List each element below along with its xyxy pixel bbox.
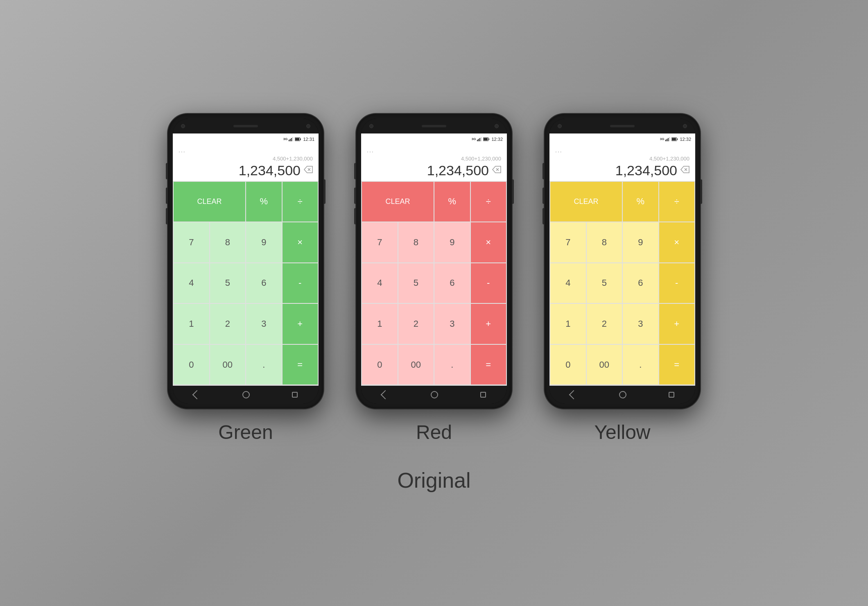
key---0[interactable]: -	[283, 263, 318, 303]
phone-container-red: 3G 12:32···4,500+1,230,0001,234,500CLEAR…	[356, 114, 512, 443]
key-7-0[interactable]: 7	[174, 222, 209, 262]
key-5-0[interactable]: 5	[210, 263, 246, 303]
key---1[interactable]: -	[471, 263, 506, 303]
key-0-0[interactable]: 0	[174, 345, 209, 385]
key---1[interactable]: +	[471, 304, 506, 344]
svg-marker-27	[681, 166, 689, 173]
battery-icon	[295, 137, 301, 141]
key-2-0[interactable]: 2	[210, 304, 246, 344]
key-3-0[interactable]: 3	[246, 304, 282, 344]
nav-bar	[549, 386, 695, 404]
menu-dots[interactable]: ···	[179, 148, 313, 155]
key---0[interactable]: +	[283, 304, 318, 344]
key-9-2[interactable]: 9	[623, 222, 658, 262]
nav-home-button[interactable]	[242, 391, 250, 398]
key---2[interactable]: ÷	[659, 182, 695, 222]
svg-rect-5	[300, 138, 301, 140]
nav-back-button[interactable]	[382, 391, 389, 398]
key-4-1[interactable]: 4	[362, 263, 398, 303]
key-3-2[interactable]: 3	[623, 304, 658, 344]
key---1[interactable]: .	[434, 345, 470, 385]
key---2[interactable]: =	[659, 345, 695, 385]
key-3-1[interactable]: 3	[434, 304, 470, 344]
key-7-2[interactable]: 7	[550, 222, 586, 262]
key---1[interactable]: ÷	[471, 182, 506, 222]
backspace-icon[interactable]	[680, 166, 689, 175]
key-0-1[interactable]: 0	[362, 345, 398, 385]
svg-rect-0	[289, 140, 289, 141]
backspace-icon[interactable]	[492, 166, 501, 175]
signal-icon	[477, 137, 482, 141]
key-clear-0[interactable]: CLEAR	[174, 182, 245, 222]
key-7-1[interactable]: 7	[362, 222, 398, 262]
screen-yellow: 3G 12:32···4,500+1,230,0001,234,500CLEAR…	[549, 133, 695, 386]
key---1[interactable]: =	[471, 345, 506, 385]
screen-green: 3G 12:31···4,500+1,230,0001,234,500CLEAR…	[173, 133, 319, 386]
key---2[interactable]: .	[623, 345, 658, 385]
key-6-0[interactable]: 6	[246, 263, 282, 303]
key---1[interactable]: %	[434, 182, 470, 222]
key-9-1[interactable]: 9	[434, 222, 470, 262]
svg-marker-17	[493, 166, 501, 173]
speaker-grille	[233, 125, 258, 127]
key-8-0[interactable]: 8	[210, 222, 246, 262]
nav-recent-button[interactable]	[292, 392, 298, 398]
key-5-2[interactable]: 5	[587, 263, 622, 303]
original-label: Original	[397, 468, 470, 493]
menu-dots[interactable]: ···	[555, 148, 689, 155]
phone-top-bar	[173, 119, 319, 133]
key---2[interactable]: ×	[659, 222, 695, 262]
phone-container-yellow: 3G 12:32···4,500+1,230,0001,234,500CLEAR…	[545, 114, 700, 443]
battery-icon	[671, 137, 678, 141]
nav-back-button[interactable]	[194, 391, 200, 398]
key-9-0[interactable]: 9	[246, 222, 282, 262]
svg-rect-20	[665, 140, 666, 141]
key---0[interactable]: ×	[283, 222, 318, 262]
key-8-2[interactable]: 8	[587, 222, 622, 262]
key-00-2[interactable]: 00	[587, 345, 622, 385]
calc-result: 1,234,500	[427, 163, 489, 179]
nav-recent-button[interactable]	[480, 392, 486, 398]
phone-top-bar	[361, 119, 507, 133]
key-6-1[interactable]: 6	[434, 263, 470, 303]
nav-back-button[interactable]	[570, 391, 577, 398]
key-8-1[interactable]: 8	[398, 222, 434, 262]
key-1-0[interactable]: 1	[174, 304, 209, 344]
status-bar: 3G 12:31	[173, 133, 319, 145]
key---0[interactable]: .	[246, 345, 282, 385]
key-6-2[interactable]: 6	[623, 263, 658, 303]
key---2[interactable]: -	[659, 263, 695, 303]
key-2-1[interactable]: 2	[398, 304, 434, 344]
svg-marker-7	[304, 166, 312, 173]
key---0[interactable]: %	[246, 182, 282, 222]
phone-label-yellow: Yellow	[594, 421, 651, 443]
status-icons: 3G	[660, 137, 678, 141]
nav-recent-button[interactable]	[669, 392, 674, 398]
svg-rect-11	[478, 139, 479, 141]
key-4-0[interactable]: 4	[174, 263, 209, 303]
svg-rect-1	[290, 139, 291, 141]
key-5-1[interactable]: 5	[398, 263, 434, 303]
key-1-2[interactable]: 1	[550, 304, 586, 344]
key-00-0[interactable]: 00	[210, 345, 246, 385]
key---0[interactable]: ÷	[283, 182, 318, 222]
status-time: 12:32	[491, 137, 503, 142]
svg-rect-12	[479, 138, 480, 141]
key---2[interactable]: %	[623, 182, 658, 222]
key---1[interactable]: ×	[471, 222, 506, 262]
calc-result-row: 1,234,500	[179, 163, 313, 179]
nav-home-button[interactable]	[619, 391, 626, 398]
key-2-2[interactable]: 2	[587, 304, 622, 344]
key-00-1[interactable]: 00	[398, 345, 434, 385]
nav-home-button[interactable]	[431, 391, 438, 398]
key---0[interactable]: =	[283, 345, 318, 385]
key-1-1[interactable]: 1	[362, 304, 398, 344]
status-icons: 3G	[472, 137, 490, 141]
key-0-2[interactable]: 0	[550, 345, 586, 385]
menu-dots[interactable]: ···	[367, 148, 501, 155]
key---2[interactable]: +	[659, 304, 695, 344]
key-4-2[interactable]: 4	[550, 263, 586, 303]
key-clear-2[interactable]: CLEAR	[550, 182, 622, 222]
key-clear-1[interactable]: CLEAR	[362, 182, 434, 222]
backspace-icon[interactable]	[304, 166, 313, 175]
